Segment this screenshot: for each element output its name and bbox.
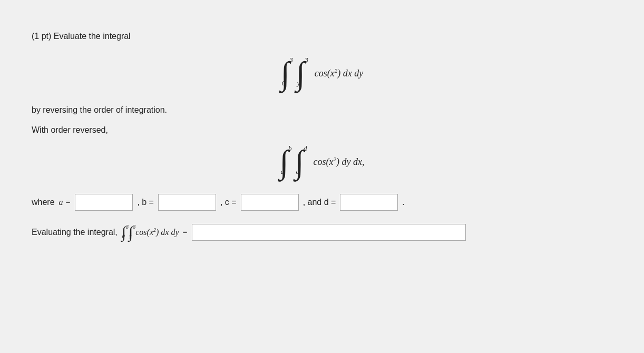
evaluating-label: Evaluating the integral,: [32, 228, 118, 237]
eval-integrand-text: cos(x2) dx dy: [135, 227, 179, 237]
page-container: (1 pt) Evaluate the integral 3 ∫ 0 3 ∫ y…: [11, 16, 633, 353]
original-double-integral: 3 ∫ 0 3 ∫ y cos(x2) dx dy: [281, 57, 363, 90]
inner-lower-limit: y: [297, 79, 300, 87]
evaluating-row: Evaluating the integral, 3 ∫ 0 3 ∫ y cos…: [32, 224, 612, 241]
period: .: [402, 198, 404, 207]
where-label: where: [32, 198, 55, 207]
c-label: , c =: [220, 198, 237, 207]
reversed-integrand: cos(x2) dy dx,: [313, 156, 364, 168]
inner-upper-limit: 3: [305, 56, 308, 64]
eval-equals: =: [180, 228, 188, 237]
original-integral-display: 3 ∫ 0 3 ∫ y cos(x2) dx dy: [32, 57, 612, 90]
outer-lower-limit: 0: [282, 79, 286, 87]
a-label: a =: [59, 198, 71, 207]
eval-inner-upper: 3: [133, 224, 135, 230]
instruction-order-reversed: With order reversed,: [32, 125, 612, 135]
problem-title: (1 pt) Evaluate the integral: [32, 32, 612, 41]
eval-inner-lower: y: [129, 233, 131, 239]
original-integrand: cos(x2) dx dy: [315, 67, 363, 79]
reversed-inner-lower-limit: c: [296, 168, 299, 176]
and-d-label: , and d =: [303, 198, 336, 207]
result-input[interactable]: [192, 224, 466, 241]
b-input[interactable]: [158, 194, 216, 211]
outer-upper-limit: 3: [289, 56, 293, 64]
reversed-integral-display: b ∫ a d ∫ c cos(x2) dy dx,: [32, 145, 612, 178]
b-label: , b =: [137, 198, 154, 207]
where-row: where a = , b = , c = , and d = .: [32, 194, 612, 211]
reversed-outer-upper-limit: b: [288, 144, 292, 153]
d-input[interactable]: [340, 194, 398, 211]
eval-outer-lower: 0: [122, 233, 125, 239]
instruction-reverse: by reversing the order of integration.: [32, 105, 612, 115]
reversed-inner-upper-limit: d: [304, 144, 307, 153]
reversed-double-integral: b ∫ a d ∫ c cos(x2) dy dx,: [280, 145, 365, 178]
reversed-outer-lower-limit: a: [281, 168, 285, 176]
eval-integral-expression: 3 ∫ 0 3 ∫ y cos(x2) dx dy =: [122, 224, 188, 240]
a-input[interactable]: [75, 194, 133, 211]
c-input[interactable]: [241, 194, 299, 211]
